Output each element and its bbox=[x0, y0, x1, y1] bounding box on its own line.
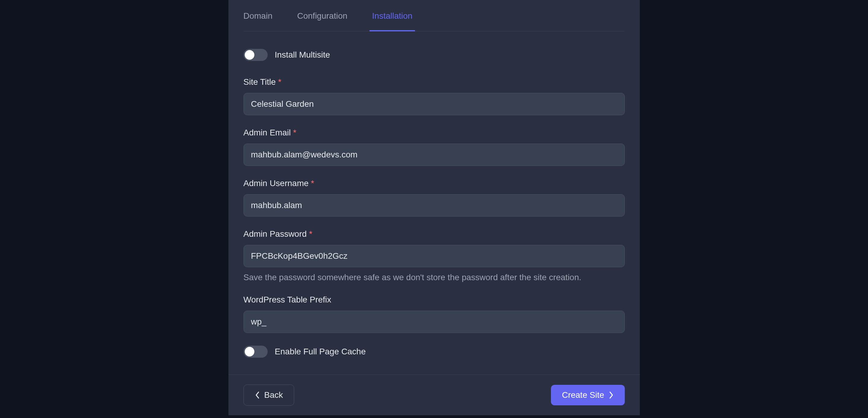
admin-email-field: Admin Email * bbox=[244, 128, 625, 166]
create-site-button-label: Create Site bbox=[562, 390, 604, 400]
table-prefix-input[interactable] bbox=[244, 311, 625, 333]
multisite-toggle[interactable] bbox=[244, 49, 268, 61]
site-title-input[interactable] bbox=[244, 93, 625, 115]
admin-username-input[interactable] bbox=[244, 194, 625, 216]
tab-configuration[interactable]: Configuration bbox=[297, 11, 347, 31]
admin-password-label: Admin Password * bbox=[244, 229, 625, 239]
tab-domain[interactable]: Domain bbox=[244, 11, 273, 31]
admin-password-help: Save the password somewhere safe as we d… bbox=[244, 273, 625, 282]
site-title-label-text: Site Title bbox=[244, 77, 276, 87]
multisite-toggle-label: Install Multisite bbox=[275, 50, 330, 60]
back-button[interactable]: Back bbox=[244, 385, 294, 406]
required-mark: * bbox=[293, 128, 296, 137]
admin-password-label-text: Admin Password bbox=[244, 229, 307, 239]
site-title-label: Site Title * bbox=[244, 77, 625, 87]
tab-installation[interactable]: Installation bbox=[372, 11, 412, 31]
back-button-label: Back bbox=[264, 390, 283, 400]
admin-username-field: Admin Username * bbox=[244, 179, 625, 216]
admin-password-field: Admin Password * Save the password somew… bbox=[244, 229, 625, 282]
required-mark: * bbox=[311, 179, 314, 188]
admin-email-label: Admin Email * bbox=[244, 128, 625, 138]
toggle-knob bbox=[245, 50, 254, 60]
site-title-field: Site Title * bbox=[244, 77, 625, 115]
installation-form: Install Multisite Site Title * Admin Ema… bbox=[244, 31, 625, 375]
required-mark: * bbox=[309, 229, 312, 239]
cache-toggle[interactable] bbox=[244, 346, 268, 358]
chevron-left-icon bbox=[255, 391, 260, 399]
tabs-nav: Domain Configuration Installation bbox=[244, 0, 625, 31]
admin-email-input[interactable] bbox=[244, 144, 625, 166]
admin-username-label-text: Admin Username bbox=[244, 179, 309, 188]
admin-username-label: Admin Username * bbox=[244, 179, 625, 188]
multisite-row: Install Multisite bbox=[244, 49, 625, 61]
admin-password-input[interactable] bbox=[244, 245, 625, 267]
table-prefix-label: WordPress Table Prefix bbox=[244, 295, 625, 305]
toggle-knob bbox=[245, 347, 254, 356]
cache-row: Enable Full Page Cache bbox=[244, 346, 625, 358]
table-prefix-field: WordPress Table Prefix bbox=[244, 295, 625, 333]
admin-email-label-text: Admin Email bbox=[244, 128, 291, 137]
create-site-button[interactable]: Create Site bbox=[551, 385, 624, 405]
chevron-right-icon bbox=[609, 391, 614, 399]
form-footer: Back Create Site bbox=[228, 375, 640, 415]
cache-toggle-label: Enable Full Page Cache bbox=[275, 347, 366, 356]
installation-panel: Domain Configuration Installation Instal… bbox=[228, 0, 640, 415]
required-mark: * bbox=[278, 77, 281, 87]
